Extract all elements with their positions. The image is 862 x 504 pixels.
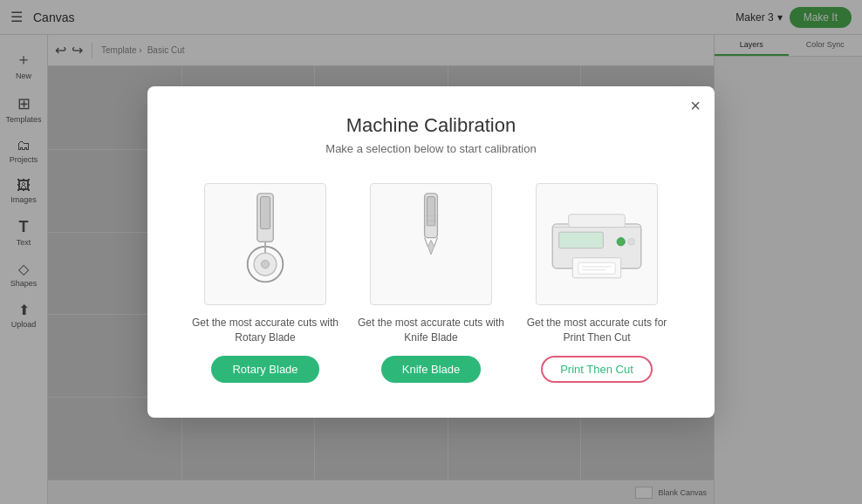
option-rotary-blade: Get the most accurate cuts with Rotary B…: [191, 183, 339, 383]
rotary-blade-image: [204, 183, 326, 305]
modal-overlay: × Machine Calibration Make a selection b…: [0, 0, 862, 504]
svg-point-18: [628, 239, 634, 245]
machine-calibration-modal: × Machine Calibration Make a selection b…: [147, 86, 715, 418]
svg-point-4: [261, 261, 269, 269]
rotary-blade-button[interactable]: Rotary Blade: [211, 356, 318, 383]
modal-subtitle: Make a selection below to start calibrat…: [182, 142, 680, 155]
print-then-cut-button[interactable]: Print Then Cut: [541, 356, 653, 383]
knife-blade-image: [370, 183, 492, 305]
svg-rect-19: [559, 232, 604, 248]
modal-close-button[interactable]: ×: [690, 97, 701, 114]
svg-point-17: [617, 238, 625, 246]
print-then-cut-image: [536, 183, 658, 305]
modal-options: Get the most accurate cuts with Rotary B…: [182, 183, 680, 383]
option-knife-blade: Get the most accurate cuts with Knife Bl…: [357, 183, 505, 383]
svg-rect-7: [427, 197, 434, 226]
rotary-blade-desc: Get the most accurate cuts with Rotary B…: [191, 316, 339, 345]
modal-title: Machine Calibration: [182, 114, 680, 137]
knife-blade-desc: Get the most accurate cuts with Knife Bl…: [357, 316, 505, 345]
print-then-cut-desc: Get the most accurate cuts for Print The…: [523, 316, 671, 345]
knife-blade-button[interactable]: Knife Blade: [381, 356, 482, 383]
option-print-then-cut: Get the most accurate cuts for Print The…: [523, 183, 671, 383]
svg-rect-14: [578, 262, 615, 274]
svg-rect-1: [260, 197, 270, 229]
svg-rect-12: [569, 215, 626, 228]
